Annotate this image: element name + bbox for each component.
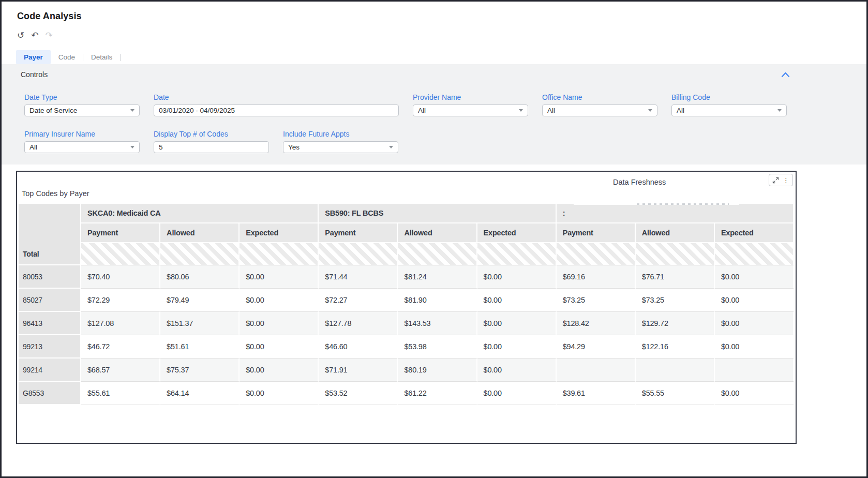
value-cell: $0.00 [715, 289, 794, 312]
tab-divider [120, 54, 121, 61]
widget-title: Top Codes by Payer [22, 189, 89, 198]
value-cell: $53.98 [398, 335, 477, 358]
value-cell [636, 358, 715, 382]
value-cell: $0.00 [477, 289, 557, 312]
widget-actions: ⋮ [769, 174, 793, 186]
value-cell: $122.16 [636, 335, 715, 358]
value-cell: $69.16 [557, 265, 636, 289]
value-cell: $71.91 [319, 358, 398, 382]
top-codes-input[interactable] [159, 143, 264, 151]
kebab-menu-icon[interactable]: ⋮ [783, 177, 789, 184]
expand-icon[interactable] [772, 177, 779, 184]
tab-payer[interactable]: Payer [16, 50, 51, 64]
value-cell: $143.53 [398, 312, 477, 335]
value-cell: $128.42 [557, 312, 636, 335]
date-type-select[interactable]: Date of Service [24, 104, 140, 116]
provider-name-value: All [418, 107, 426, 114]
undo-icon[interactable]: ↶ [31, 31, 38, 40]
value-cell: $81.90 [398, 289, 477, 312]
sub-header-allowed: Allowed [636, 223, 715, 243]
value-cell: $76.71 [636, 265, 715, 289]
code-cell: 96413 [19, 312, 81, 335]
top-codes-field: Display Top # of Codes [154, 130, 269, 153]
future-appts-label: Include Future Appts [283, 130, 398, 138]
code-analysis-page: { "page": { "title": "Code Analysis" }, … [0, 0, 868, 478]
total-hatched-cell [160, 243, 240, 265]
value-cell: $68.57 [81, 358, 160, 382]
sub-header-expected: Expected [240, 223, 319, 243]
value-cell: $51.61 [160, 335, 240, 358]
date-type-value: Date of Service [29, 107, 77, 114]
table-row-85027: 85027$72.29$79.49$0.00$72.27$81.90$0.00$… [19, 289, 794, 312]
controls-panel: Controls Date Type Date of Service Date … [2, 64, 866, 165]
data-freshness-redacted-value [574, 185, 739, 205]
billing-code-select[interactable]: All [671, 104, 787, 116]
value-cell: $39.61 [557, 382, 636, 405]
date-range-input[interactable] [159, 107, 394, 114]
payer-group-header-2: : [557, 204, 794, 223]
chevron-up-icon [781, 72, 790, 78]
office-name-field: Office Name All [542, 93, 657, 116]
value-cell: $73.25 [557, 289, 636, 312]
table-row-96413: 96413$127.08$151.37$0.00$127.78$143.53$0… [19, 312, 794, 335]
value-cell: $0.00 [477, 312, 557, 335]
top-codes-table-wrap: SKCA0: Medicaid CASB590: FL BCBS:Payment… [19, 204, 794, 405]
primary-insurer-select[interactable]: All [24, 141, 140, 153]
future-appts-select[interactable]: Yes [283, 141, 398, 153]
value-cell [557, 358, 636, 382]
value-cell: $0.00 [715, 312, 794, 335]
chevron-down-icon [130, 109, 134, 112]
sub-header-payment: Payment [319, 223, 398, 243]
value-cell: $64.14 [160, 382, 240, 405]
table-row-99214: 99214$68.57$75.37$0.00$71.91$80.19$0.00 [19, 358, 794, 382]
billing-code-label: Billing Code [671, 93, 787, 101]
provider-name-select[interactable]: All [413, 104, 528, 116]
refresh-icon[interactable]: ↺ [17, 31, 24, 40]
date-type-label: Date Type [24, 93, 140, 101]
payer-group-header-1: SB590: FL BCBS [319, 204, 556, 223]
collapse-controls-button[interactable] [781, 70, 790, 80]
value-cell: $0.00 [477, 382, 557, 405]
chevron-down-icon [648, 109, 652, 112]
top-codes-input-box [154, 141, 269, 153]
value-cell: $55.55 [636, 382, 715, 405]
value-cell: $0.00 [715, 335, 794, 358]
total-hatched-cell [557, 243, 636, 265]
value-cell: $0.00 [240, 312, 319, 335]
total-hatched-cell [477, 243, 557, 265]
toolbar: ↺ ↶ ↷ [17, 31, 53, 40]
chevron-down-icon [389, 146, 393, 148]
office-name-value: All [547, 107, 555, 114]
value-cell: $72.29 [81, 289, 160, 312]
table-row-80053: 80053$70.40$80.06$0.00$71.44$81.24$0.00$… [19, 265, 794, 289]
value-cell: $0.00 [240, 382, 319, 405]
value-cell: $75.37 [160, 358, 240, 382]
value-cell: $0.00 [715, 382, 794, 405]
total-hatched-cell [319, 243, 398, 265]
office-name-select[interactable]: All [542, 104, 657, 116]
sub-header-expected: Expected [715, 223, 794, 243]
primary-insurer-value: All [29, 143, 37, 151]
sub-header-allowed: Allowed [398, 223, 477, 243]
value-cell: $71.44 [319, 265, 398, 289]
tab-code[interactable]: Code [51, 50, 83, 64]
value-cell: $81.24 [398, 265, 477, 289]
top-codes-widget: Top Codes by Payer Data Freshness ⋮ SKCA… [16, 171, 797, 444]
value-cell: $0.00 [240, 335, 319, 358]
date-input-box [154, 104, 399, 116]
primary-insurer-field: Primary Insurer Name All [24, 130, 140, 153]
value-cell: $0.00 [477, 335, 557, 358]
code-cell: 85027 [19, 289, 81, 312]
sub-header-payment: Payment [557, 223, 636, 243]
value-cell: $55.61 [81, 382, 160, 405]
redo-icon[interactable]: ↷ [46, 31, 53, 40]
sub-header-payment: Payment [81, 223, 160, 243]
provider-name-field: Provider Name All [413, 93, 528, 116]
table-row-G8553: G8553$55.61$64.14$0.00$53.52$61.22$0.00$… [19, 382, 794, 405]
code-cell: 99213 [19, 335, 81, 358]
total-row-label: Total [19, 243, 81, 265]
tab-details[interactable]: Details [83, 50, 120, 64]
future-appts-field: Include Future Appts Yes [283, 130, 398, 153]
table-row-99213: 99213$46.72$51.61$0.00$46.60$53.98$0.00$… [19, 335, 794, 358]
code-cell: G8553 [19, 382, 81, 405]
